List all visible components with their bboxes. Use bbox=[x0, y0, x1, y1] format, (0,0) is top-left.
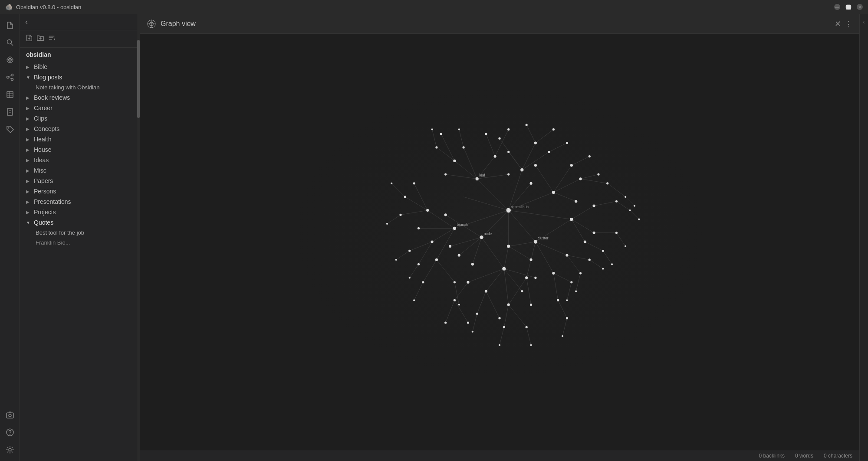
svg-point-197 bbox=[589, 155, 591, 157]
tree-item-career[interactable]: ▶ Career bbox=[20, 103, 137, 113]
svg-line-9 bbox=[9, 75, 11, 77]
svg-point-157 bbox=[426, 209, 429, 212]
arrow-icon: ▶ bbox=[26, 189, 31, 194]
activity-item-graph[interactable] bbox=[2, 52, 18, 68]
svg-point-162 bbox=[494, 155, 496, 158]
graph-view-label: Graph view bbox=[161, 20, 196, 28]
svg-point-172 bbox=[548, 151, 550, 153]
svg-rect-19 bbox=[7, 413, 13, 418]
tree-item-concepts[interactable]: ▶ Concepts bbox=[20, 124, 137, 134]
close-button[interactable]: ✕ bbox=[857, 4, 863, 10]
tree-item-clips[interactable]: ▶ Clips bbox=[20, 113, 137, 124]
tree-item-projects[interactable]: ▶ Projects bbox=[20, 207, 137, 217]
new-folder-button[interactable] bbox=[36, 34, 44, 44]
tree-item-health[interactable]: ▶ Health bbox=[20, 134, 137, 144]
svg-point-161 bbox=[453, 160, 456, 162]
svg-point-236 bbox=[638, 219, 640, 220]
window-controls: — ⬜ ✕ bbox=[834, 4, 863, 10]
more-options-button[interactable]: ⋮ bbox=[845, 19, 852, 29]
svg-point-169 bbox=[534, 164, 537, 167]
activity-item-tables[interactable] bbox=[2, 87, 18, 102]
svg-point-196 bbox=[566, 142, 568, 144]
svg-point-184 bbox=[413, 182, 415, 184]
svg-point-23 bbox=[9, 448, 11, 451]
arrow-icon: ▶ bbox=[26, 147, 31, 152]
svg-point-207 bbox=[530, 304, 532, 306]
tree-item-note-taking[interactable]: Note taking with Obsidian bbox=[20, 82, 137, 92]
svg-point-187 bbox=[418, 263, 420, 265]
svg-point-210 bbox=[454, 299, 456, 301]
svg-point-181 bbox=[534, 277, 536, 279]
svg-point-0 bbox=[7, 40, 11, 44]
svg-point-174 bbox=[529, 258, 532, 261]
arrow-icon: ▶ bbox=[26, 210, 31, 215]
activity-item-search[interactable] bbox=[2, 35, 18, 50]
svg-point-204 bbox=[579, 272, 582, 274]
svg-point-146 bbox=[507, 245, 510, 248]
graph-canvas[interactable]: central hub node cluster branch leaf ● bbox=[140, 34, 859, 450]
svg-point-150 bbox=[458, 254, 460, 256]
activity-item-camera[interactable] bbox=[2, 407, 18, 423]
tree-item-misc[interactable]: ▶ Misc bbox=[20, 165, 137, 176]
arrow-icon: ▶ bbox=[26, 95, 31, 100]
activity-item-backlinks[interactable] bbox=[2, 69, 18, 85]
tree-item-papers[interactable]: ▶ Papers bbox=[20, 176, 137, 186]
svg-point-226 bbox=[602, 268, 604, 270]
svg-point-178 bbox=[485, 290, 487, 292]
right-edge-panel: ‹ bbox=[859, 14, 868, 461]
back-button[interactable]: ‹ bbox=[25, 17, 28, 26]
svg-point-180 bbox=[467, 281, 469, 284]
activity-item-tags[interactable] bbox=[2, 121, 18, 137]
svg-point-209 bbox=[498, 317, 500, 319]
svg-point-203 bbox=[589, 258, 591, 261]
tree-item-franklin[interactable]: Franklin Bio... bbox=[20, 238, 137, 248]
svg-point-202 bbox=[602, 250, 604, 252]
svg-point-230 bbox=[499, 344, 500, 346]
svg-point-235 bbox=[634, 205, 635, 207]
tree-item-ideas[interactable]: ▶ Ideas bbox=[20, 155, 137, 165]
activity-item-help[interactable] bbox=[2, 425, 18, 440]
svg-point-36 bbox=[297, 89, 702, 376]
app-icon: 🪨 bbox=[5, 3, 13, 10]
right-panel-toggle[interactable]: ‹ bbox=[863, 18, 865, 25]
svg-point-231 bbox=[530, 344, 532, 346]
svg-point-153 bbox=[471, 263, 474, 265]
tree-item-presentations[interactable]: ▶ Presentations bbox=[20, 196, 137, 207]
svg-point-144 bbox=[552, 191, 555, 194]
svg-point-201 bbox=[615, 232, 618, 234]
svg-point-20 bbox=[9, 414, 11, 417]
svg-point-234 bbox=[431, 128, 433, 130]
sidebar: ‹ bbox=[20, 14, 137, 461]
graph-controls: ✕ ⋮ bbox=[835, 19, 852, 29]
close-graph-button[interactable]: ✕ bbox=[835, 19, 841, 29]
file-toolbar bbox=[20, 30, 137, 48]
tree-item-bible[interactable]: ▶ Bible bbox=[20, 62, 137, 72]
graph-header: Graph view ✕ ⋮ bbox=[140, 14, 859, 34]
tree-item-best-tool[interactable]: Best tool for the job bbox=[20, 228, 137, 238]
svg-point-191 bbox=[440, 133, 442, 135]
new-file-button[interactable] bbox=[25, 34, 33, 44]
tree-item-quotes[interactable]: ▼ Quotes bbox=[20, 217, 137, 228]
svg-point-214 bbox=[526, 326, 528, 328]
sort-button[interactable] bbox=[48, 34, 56, 44]
svg-rect-11 bbox=[7, 92, 13, 98]
svg-point-18 bbox=[8, 128, 9, 129]
activity-item-bookmarks[interactable] bbox=[2, 104, 18, 120]
activity-item-files[interactable] bbox=[2, 17, 18, 33]
arrow-icon: ▶ bbox=[26, 158, 31, 163]
tree-item-book-reviews[interactable]: ▶ Book reviews bbox=[20, 92, 137, 103]
svg-point-233 bbox=[458, 128, 460, 130]
arrow-icon: ▶ bbox=[26, 168, 31, 173]
tree-item-house[interactable]: ▶ House bbox=[20, 144, 137, 155]
character-count: 0 characters bbox=[824, 453, 852, 459]
tree-item-persons[interactable]: ▶ Persons bbox=[20, 186, 137, 196]
graph-title: Graph view bbox=[147, 19, 196, 29]
svg-point-227 bbox=[575, 290, 577, 292]
svg-point-228 bbox=[566, 299, 568, 301]
svg-point-225 bbox=[611, 263, 613, 265]
svg-rect-15 bbox=[7, 108, 13, 115]
minimize-button[interactable]: — bbox=[834, 4, 840, 10]
activity-item-settings[interactable] bbox=[2, 442, 18, 458]
tree-item-blog-posts[interactable]: ▼ Blog posts bbox=[20, 72, 137, 82]
maximize-button[interactable]: ⬜ bbox=[845, 4, 852, 10]
